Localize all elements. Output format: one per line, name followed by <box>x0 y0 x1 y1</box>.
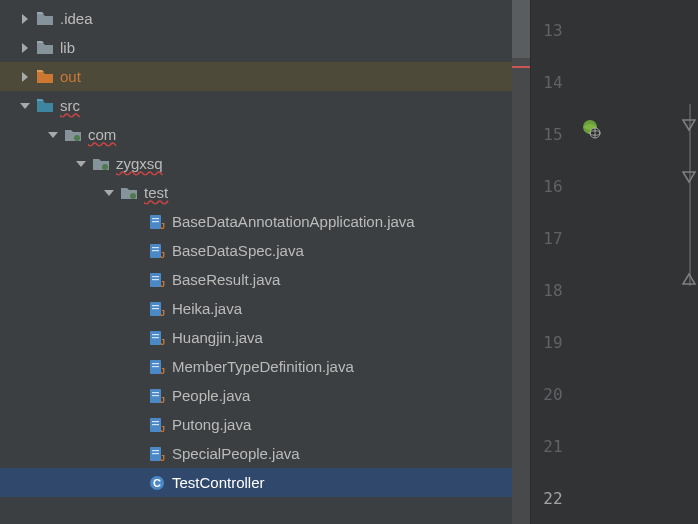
folder-icon <box>36 39 54 57</box>
svg-rect-28 <box>152 392 159 393</box>
svg-text:J: J <box>160 250 165 259</box>
svg-rect-24 <box>152 363 159 364</box>
arrow-spacer <box>130 476 144 490</box>
svg-rect-9 <box>152 250 159 251</box>
collapse-marker-icon[interactable] <box>680 270 698 288</box>
arrow-spacer <box>130 447 144 461</box>
chevron-down-icon[interactable] <box>74 157 88 171</box>
svg-rect-33 <box>152 424 159 425</box>
project-tree: .idealiboutsrccomzygxsqtestJBaseDataAnno… <box>0 0 530 497</box>
package-icon <box>64 126 82 144</box>
java-icon: J <box>148 242 166 260</box>
tree-item-label: out <box>60 68 81 85</box>
svg-rect-12 <box>152 276 159 277</box>
chevron-down-icon[interactable] <box>46 128 60 142</box>
java-icon: J <box>148 387 166 405</box>
tree-item-src[interactable]: src <box>0 91 530 120</box>
tree-item-label: .idea <box>60 10 93 27</box>
line-number[interactable]: 20 <box>531 368 575 420</box>
tree-item-baseresult-java[interactable]: JBaseResult.java <box>0 265 530 294</box>
line-number[interactable]: 19 <box>531 316 575 368</box>
svg-rect-25 <box>152 366 159 367</box>
svg-text:J: J <box>160 221 165 230</box>
tree-scrollbar[interactable] <box>512 0 530 524</box>
tree-item-huangjin-java[interactable]: JHuangjin.java <box>0 323 530 352</box>
java-icon: J <box>148 213 166 231</box>
package-icon <box>120 184 138 202</box>
collapse-marker-icon[interactable] <box>680 116 698 134</box>
tree-item-label: BaseDataAnnotationApplication.java <box>172 213 415 230</box>
svg-rect-13 <box>152 279 159 280</box>
line-numbers: 13141516171819202122 <box>531 0 575 524</box>
tree-item-basedataspec-java[interactable]: JBaseDataSpec.java <box>0 236 530 265</box>
folder-out-icon <box>36 68 54 86</box>
svg-rect-8 <box>152 247 159 248</box>
tree-item-com[interactable]: com <box>0 120 530 149</box>
editor-right-rail <box>680 0 698 524</box>
arrow-spacer <box>130 389 144 403</box>
line-number[interactable]: 18 <box>531 264 575 316</box>
svg-rect-17 <box>152 308 159 309</box>
line-number[interactable]: 14 <box>531 56 575 108</box>
line-number[interactable]: 17 <box>531 212 575 264</box>
tree-item-putong-java[interactable]: JPutong.java <box>0 410 530 439</box>
chevron-right-icon[interactable] <box>18 41 32 55</box>
tree-item-basedataannotationapplication-java[interactable]: JBaseDataAnnotationApplication.java <box>0 207 530 236</box>
tree-item-label: com <box>88 126 116 143</box>
tree-item-zygxsq[interactable]: zygxsq <box>0 149 530 178</box>
tree-item-testcontroller[interactable]: CTestController <box>0 468 530 497</box>
svg-point-2 <box>130 193 136 199</box>
collapse-marker-icon[interactable] <box>680 168 698 186</box>
svg-rect-32 <box>152 421 159 422</box>
tree-item-specialpeople-java[interactable]: JSpecialPeople.java <box>0 439 530 468</box>
java-icon: J <box>148 445 166 463</box>
svg-rect-21 <box>152 337 159 338</box>
project-tree-panel[interactable]: .idealiboutsrccomzygxsqtestJBaseDataAnno… <box>0 0 530 524</box>
tree-item-label: BaseResult.java <box>172 271 280 288</box>
tree-item-label: Putong.java <box>172 416 251 433</box>
tree-item-heika-java[interactable]: JHeika.java <box>0 294 530 323</box>
java-icon: J <box>148 271 166 289</box>
tree-item-label: lib <box>60 39 75 56</box>
line-number[interactable]: 15 <box>531 108 575 160</box>
svg-text:J: J <box>160 308 165 317</box>
tree-item--idea[interactable]: .idea <box>0 4 530 33</box>
arrow-spacer <box>130 302 144 316</box>
chevron-right-icon[interactable] <box>18 70 32 84</box>
chevron-down-icon[interactable] <box>18 99 32 113</box>
tree-item-label: Huangjin.java <box>172 329 263 346</box>
svg-text:J: J <box>160 279 165 288</box>
tree-item-lib[interactable]: lib <box>0 33 530 62</box>
tree-item-out[interactable]: out <box>0 62 530 91</box>
scrollbar-thumb[interactable] <box>512 0 530 58</box>
line-number[interactable]: 21 <box>531 420 575 472</box>
java-icon: J <box>148 358 166 376</box>
tree-item-people-java[interactable]: JPeople.java <box>0 381 530 410</box>
tree-item-membertypedefinition-java[interactable]: JMemberTypeDefinition.java <box>0 352 530 381</box>
tree-item-label: SpecialPeople.java <box>172 445 300 462</box>
arrow-spacer <box>130 273 144 287</box>
line-number[interactable]: 22 <box>531 472 575 524</box>
scrollbar-error-marker[interactable] <box>512 66 530 68</box>
editor-gutter: 13141516171819202122 <box>530 0 698 524</box>
svg-rect-36 <box>152 450 159 451</box>
arrow-spacer <box>130 360 144 374</box>
chevron-down-icon[interactable] <box>102 186 116 200</box>
arrow-spacer <box>130 331 144 345</box>
line-number[interactable]: 16 <box>531 160 575 212</box>
java-icon: J <box>148 300 166 318</box>
line-number[interactable]: 13 <box>531 4 575 56</box>
svg-text:J: J <box>160 424 165 433</box>
tree-item-test[interactable]: test <box>0 178 530 207</box>
chevron-right-icon[interactable] <box>18 12 32 26</box>
svg-text:J: J <box>160 453 165 462</box>
tree-item-label: TestController <box>172 474 265 491</box>
folder-icon <box>36 10 54 28</box>
tree-item-label: MemberTypeDefinition.java <box>172 358 354 375</box>
folder-src-icon <box>36 97 54 115</box>
tree-item-label: zygxsq <box>116 155 163 172</box>
globe-run-icon[interactable] <box>579 118 601 140</box>
svg-rect-4 <box>152 218 159 219</box>
svg-rect-5 <box>152 221 159 222</box>
class-icon: C <box>148 474 166 492</box>
